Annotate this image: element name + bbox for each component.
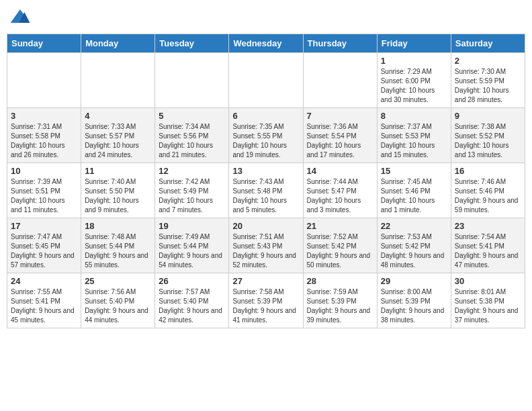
day-number: 18	[85, 221, 151, 231]
day-number: 25	[85, 276, 151, 286]
logo-icon	[9, 7, 31, 28]
day-info: Sunrise: 7:56 AMSunset: 5:40 PMDaylight:…	[85, 287, 151, 325]
day-number: 28	[307, 276, 373, 286]
day-info: Sunrise: 7:29 AMSunset: 6:00 PMDaylight:…	[381, 67, 447, 105]
day-info: Sunrise: 7:45 AMSunset: 5:46 PMDaylight:…	[381, 177, 447, 215]
calendar-cell: 2Sunrise: 7:30 AMSunset: 5:59 PMDaylight…	[451, 53, 525, 108]
day-info: Sunrise: 7:36 AMSunset: 5:54 PMDaylight:…	[307, 122, 373, 160]
day-number: 19	[159, 221, 225, 231]
calendar-cell	[7, 53, 81, 108]
day-info: Sunrise: 7:55 AMSunset: 5:41 PMDaylight:…	[11, 287, 77, 325]
day-info: Sunrise: 7:42 AMSunset: 5:49 PMDaylight:…	[159, 177, 225, 215]
day-info: Sunrise: 7:54 AMSunset: 5:41 PMDaylight:…	[455, 232, 521, 270]
weekday-header-friday: Friday	[377, 34, 451, 53]
day-number: 21	[307, 221, 373, 231]
weekday-header-row: SundayMondayTuesdayWednesdayThursdayFrid…	[7, 34, 525, 53]
calendar-cell: 19Sunrise: 7:49 AMSunset: 5:44 PMDayligh…	[155, 218, 229, 273]
calendar-cell	[81, 53, 155, 108]
day-info: Sunrise: 7:47 AMSunset: 5:45 PMDaylight:…	[11, 232, 77, 270]
day-number: 30	[455, 276, 521, 286]
calendar-cell	[303, 53, 377, 108]
calendar-cell: 20Sunrise: 7:51 AMSunset: 5:43 PMDayligh…	[229, 218, 303, 273]
day-info: Sunrise: 7:39 AMSunset: 5:51 PMDaylight:…	[11, 177, 77, 215]
calendar-cell: 5Sunrise: 7:34 AMSunset: 5:56 PMDaylight…	[155, 108, 229, 163]
day-number: 27	[232, 276, 299, 286]
day-info: Sunrise: 7:33 AMSunset: 5:57 PMDaylight:…	[85, 122, 151, 160]
calendar-cell: 24Sunrise: 7:55 AMSunset: 5:41 PMDayligh…	[7, 273, 81, 328]
day-number: 10	[11, 166, 77, 176]
day-number: 15	[381, 166, 447, 176]
calendar-cell: 23Sunrise: 7:54 AMSunset: 5:41 PMDayligh…	[451, 218, 525, 273]
day-number: 22	[381, 221, 447, 231]
day-info: Sunrise: 7:52 AMSunset: 5:42 PMDaylight:…	[307, 232, 373, 270]
weekday-header-monday: Monday	[81, 34, 155, 53]
day-number: 1	[381, 56, 447, 66]
calendar-cell: 25Sunrise: 7:56 AMSunset: 5:40 PMDayligh…	[81, 273, 155, 328]
day-info: Sunrise: 7:35 AMSunset: 5:55 PMDaylight:…	[232, 122, 299, 160]
day-info: Sunrise: 7:40 AMSunset: 5:50 PMDaylight:…	[85, 177, 151, 215]
calendar-cell: 4Sunrise: 7:33 AMSunset: 5:57 PMDaylight…	[81, 108, 155, 163]
calendar-cell: 13Sunrise: 7:43 AMSunset: 5:48 PMDayligh…	[229, 163, 303, 218]
calendar-cell: 14Sunrise: 7:44 AMSunset: 5:47 PMDayligh…	[303, 163, 377, 218]
calendar-cell: 15Sunrise: 7:45 AMSunset: 5:46 PMDayligh…	[377, 163, 451, 218]
calendar-cell: 3Sunrise: 7:31 AMSunset: 5:58 PMDaylight…	[7, 108, 81, 163]
calendar-week-4: 17Sunrise: 7:47 AMSunset: 5:45 PMDayligh…	[7, 218, 525, 273]
calendar-week-5: 24Sunrise: 7:55 AMSunset: 5:41 PMDayligh…	[7, 273, 525, 328]
calendar-cell: 21Sunrise: 7:52 AMSunset: 5:42 PMDayligh…	[303, 218, 377, 273]
calendar-week-3: 10Sunrise: 7:39 AMSunset: 5:51 PMDayligh…	[7, 163, 525, 218]
day-number: 13	[232, 166, 299, 176]
weekday-header-wednesday: Wednesday	[229, 34, 303, 53]
day-number: 16	[455, 166, 521, 176]
calendar-cell: 9Sunrise: 7:38 AMSunset: 5:52 PMDaylight…	[451, 108, 525, 163]
day-number: 3	[11, 111, 77, 121]
day-info: Sunrise: 7:34 AMSunset: 5:56 PMDaylight:…	[159, 122, 225, 160]
calendar-body: 1Sunrise: 7:29 AMSunset: 6:00 PMDaylight…	[7, 53, 525, 328]
calendar-cell: 7Sunrise: 7:36 AMSunset: 5:54 PMDaylight…	[303, 108, 377, 163]
day-number: 29	[381, 276, 447, 286]
day-number: 12	[159, 166, 225, 176]
calendar-table: SundayMondayTuesdayWednesdayThursdayFrid…	[7, 34, 525, 328]
calendar-header: SundayMondayTuesdayWednesdayThursdayFrid…	[7, 34, 525, 53]
page-header	[7, 7, 525, 28]
day-number: 20	[232, 221, 299, 231]
weekday-header-tuesday: Tuesday	[155, 34, 229, 53]
day-info: Sunrise: 7:43 AMSunset: 5:48 PMDaylight:…	[232, 177, 299, 215]
calendar-week-2: 3Sunrise: 7:31 AMSunset: 5:58 PMDaylight…	[7, 108, 525, 163]
day-number: 5	[159, 111, 225, 121]
day-number: 14	[307, 166, 373, 176]
day-info: Sunrise: 7:49 AMSunset: 5:44 PMDaylight:…	[159, 232, 225, 270]
calendar-week-1: 1Sunrise: 7:29 AMSunset: 6:00 PMDaylight…	[7, 53, 525, 108]
day-info: Sunrise: 8:00 AMSunset: 5:39 PMDaylight:…	[381, 287, 447, 325]
calendar-cell: 22Sunrise: 7:53 AMSunset: 5:42 PMDayligh…	[377, 218, 451, 273]
day-info: Sunrise: 7:48 AMSunset: 5:44 PMDaylight:…	[85, 232, 151, 270]
calendar-cell: 1Sunrise: 7:29 AMSunset: 6:00 PMDaylight…	[377, 53, 451, 108]
calendar-cell: 17Sunrise: 7:47 AMSunset: 5:45 PMDayligh…	[7, 218, 81, 273]
day-info: Sunrise: 7:31 AMSunset: 5:58 PMDaylight:…	[11, 122, 77, 160]
calendar-cell: 29Sunrise: 8:00 AMSunset: 5:39 PMDayligh…	[377, 273, 451, 328]
day-info: Sunrise: 7:51 AMSunset: 5:43 PMDaylight:…	[232, 232, 299, 270]
day-info: Sunrise: 7:37 AMSunset: 5:53 PMDaylight:…	[381, 122, 447, 160]
day-info: Sunrise: 7:44 AMSunset: 5:47 PMDaylight:…	[307, 177, 373, 215]
day-number: 24	[11, 276, 77, 286]
day-number: 26	[159, 276, 225, 286]
day-number: 23	[455, 221, 521, 231]
calendar-cell: 11Sunrise: 7:40 AMSunset: 5:50 PMDayligh…	[81, 163, 155, 218]
weekday-header-saturday: Saturday	[451, 34, 525, 53]
day-number: 2	[455, 56, 521, 66]
day-number: 7	[307, 111, 373, 121]
calendar-cell: 10Sunrise: 7:39 AMSunset: 5:51 PMDayligh…	[7, 163, 81, 218]
day-info: Sunrise: 7:38 AMSunset: 5:52 PMDaylight:…	[455, 122, 521, 160]
day-number: 4	[85, 111, 151, 121]
calendar-cell: 8Sunrise: 7:37 AMSunset: 5:53 PMDaylight…	[377, 108, 451, 163]
day-info: Sunrise: 7:30 AMSunset: 5:59 PMDaylight:…	[455, 67, 521, 105]
day-info: Sunrise: 7:58 AMSunset: 5:39 PMDaylight:…	[232, 287, 299, 325]
calendar-cell: 30Sunrise: 8:01 AMSunset: 5:38 PMDayligh…	[451, 273, 525, 328]
day-info: Sunrise: 8:01 AMSunset: 5:38 PMDaylight:…	[455, 287, 521, 325]
day-info: Sunrise: 7:46 AMSunset: 5:46 PMDaylight:…	[455, 177, 521, 215]
logo	[9, 7, 34, 28]
day-number: 17	[11, 221, 77, 231]
calendar-cell: 12Sunrise: 7:42 AMSunset: 5:49 PMDayligh…	[155, 163, 229, 218]
day-number: 11	[85, 166, 151, 176]
day-number: 9	[455, 111, 521, 121]
calendar-cell: 16Sunrise: 7:46 AMSunset: 5:46 PMDayligh…	[451, 163, 525, 218]
